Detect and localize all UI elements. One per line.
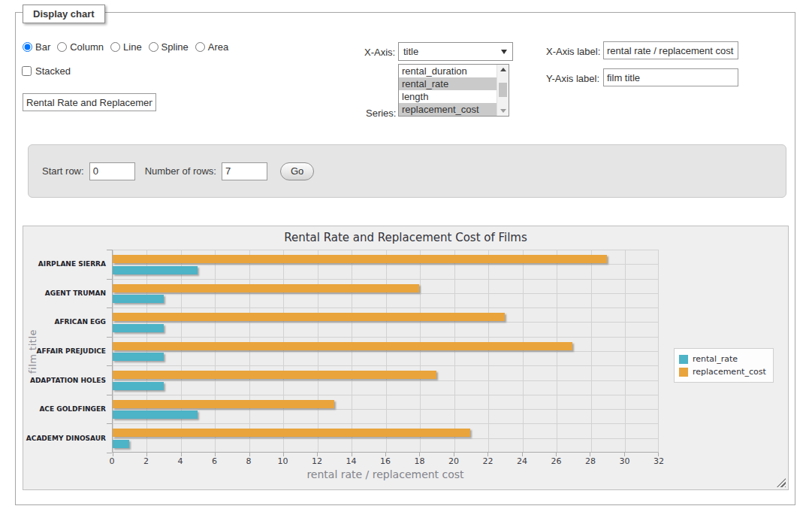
category-label: AGENT TRUMAN — [23, 279, 106, 308]
start-row-caption: Start row: — [42, 165, 84, 177]
chart-type-option-bar[interactable]: Bar — [23, 41, 50, 53]
chart-type-option-area[interactable]: Area — [195, 41, 228, 53]
x-axis-tick-label: 2 — [143, 456, 149, 466]
chart-type-group: BarColumnLineSplineArea — [23, 41, 235, 53]
chart-plot-area — [112, 250, 659, 453]
x-axis-tick-label: 14 — [346, 456, 357, 466]
chart-title-input[interactable] — [23, 93, 156, 111]
chevron-down-icon — [501, 50, 507, 54]
start-row-input[interactable] — [89, 162, 135, 180]
series-select-caption: Series: — [366, 108, 396, 119]
chart-type-radio-area[interactable] — [195, 42, 205, 52]
y-axis-label-input[interactable] — [603, 68, 738, 86]
category-label: AFRICAN EGG — [23, 308, 106, 337]
x-axis-tick-label: 32 — [654, 456, 664, 466]
x-axis-tick-label: 10 — [278, 456, 288, 466]
x-axis-tick-label: 12 — [312, 456, 322, 466]
y-axis-tick — [107, 453, 112, 453]
scrollbar-thumb[interactable] — [499, 83, 507, 97]
page: Display chart BarColumnLineSplineArea St… — [0, 0, 812, 512]
series-multiselect[interactable]: rental_durationrental_ratelengthreplacem… — [398, 64, 509, 117]
bar-rental_rate — [113, 324, 164, 332]
x-axis-tick-label: 8 — [246, 456, 252, 466]
arrow-up-icon — [500, 68, 506, 71]
y-axis-tick — [107, 365, 112, 366]
category-label: ADAPTATION HOLES — [23, 365, 106, 395]
legend-swatch-icon — [679, 368, 688, 377]
number-of-rows-caption: Number of rows: — [145, 165, 216, 177]
series-option-rental_rate[interactable]: rental_rate — [399, 77, 497, 90]
chart-type-radio-spline[interactable] — [149, 42, 158, 52]
fieldset-legend: Display chart — [23, 5, 105, 23]
x-axis-tick-label: 22 — [483, 456, 494, 466]
y-axis-tick — [107, 308, 112, 308]
x-axis-label-input[interactable] — [603, 41, 738, 59]
x-axis-selected-value: title — [403, 46, 418, 57]
x-axis-tick-label: 16 — [380, 456, 391, 466]
chart-type-option-spline[interactable]: Spline — [149, 41, 189, 53]
x-axis-tick-label: 28 — [585, 456, 596, 466]
chart-type-radio-column[interactable] — [57, 42, 67, 52]
x-axis-select-caption: X-Axis: — [364, 47, 395, 58]
scrollbar-track[interactable] — [497, 74, 509, 106]
bar-rental_rate — [113, 295, 164, 303]
chart-type-radio-bar[interactable] — [23, 42, 32, 52]
x-axis-tick-label: 4 — [178, 456, 183, 466]
y-axis-label-caption: Y-Axis label: — [546, 73, 599, 84]
bar-replacement_cost — [113, 429, 470, 437]
legend-label: rental_rate — [693, 354, 738, 364]
series-option-replacement_cost[interactable]: replacement_cost — [399, 103, 497, 116]
bar-replacement_cost — [113, 400, 334, 408]
arrow-down-icon — [500, 109, 506, 113]
bar-replacement_cost — [113, 342, 572, 350]
series-option-rental_duration[interactable]: rental_duration — [399, 65, 497, 77]
chart-legend: rental_ratereplacement_cost — [674, 348, 774, 383]
go-button[interactable]: Go — [280, 162, 314, 180]
scroll-down-button[interactable] — [497, 106, 509, 116]
x-axis-tick-label: 18 — [415, 456, 425, 466]
chart-category-labels: AIRPLANE SIERRAAGENT TRUMANAFRICAN EGGAF… — [23, 250, 106, 453]
row-controls: Start row: Number of rows: Go — [42, 145, 314, 197]
stacked-row: Stacked — [22, 65, 71, 77]
x-axis-tick-label: 24 — [517, 456, 527, 466]
chart-x-axis-title: rental rate / replacement cost — [112, 468, 659, 480]
y-axis-tick — [107, 250, 112, 250]
bar-replacement_cost — [113, 313, 505, 321]
bar-rental_rate — [113, 266, 198, 274]
chart-type-option-line[interactable]: Line — [110, 41, 142, 53]
chart-type-option-label: Line — [123, 41, 142, 53]
resize-handle-icon[interactable] — [777, 478, 786, 487]
category-label: AFFAIR PREJUDICE — [23, 337, 106, 366]
legend-label: replacement_cost — [693, 367, 766, 377]
category-label: ACE GOLDFINGER — [23, 395, 106, 424]
category-label: ACADEMY DINOSAUR — [23, 423, 106, 453]
bar-replacement_cost — [113, 255, 607, 263]
y-axis-tick — [107, 279, 112, 280]
row-controls-panel: Start row: Number of rows: Go — [28, 144, 786, 198]
category-label: AIRPLANE SIERRA — [23, 250, 106, 279]
y-axis-tick — [107, 423, 112, 424]
chart-type-option-label: Column — [70, 41, 104, 53]
legend-swatch-icon — [679, 355, 688, 364]
bar-rental_rate — [113, 411, 198, 419]
stacked-checkbox[interactable] — [22, 66, 32, 76]
x-axis-label-caption: X-Axis label: — [546, 46, 600, 57]
x-axis-tick-label: 26 — [551, 456, 562, 466]
series-options: rental_durationrental_ratelengthreplacem… — [399, 65, 497, 116]
x-axis-select[interactable]: title — [398, 42, 513, 61]
chart-type-option-column[interactable]: Column — [57, 41, 104, 53]
bar-rental_rate — [113, 440, 129, 448]
chart-type-option-label: Area — [208, 41, 228, 53]
legend-item-rental_rate[interactable]: rental_rate — [679, 354, 766, 364]
bar-replacement_cost — [113, 284, 419, 292]
scroll-up-button[interactable] — [497, 65, 509, 74]
chart-type-radio-line[interactable] — [110, 42, 120, 52]
chart-type-option-label: Spline — [161, 41, 189, 53]
chart-container: Rental Rate and Replacement Cost of Film… — [23, 226, 789, 490]
bar-replacement_cost — [113, 371, 436, 379]
x-axis-tick-label: 0 — [110, 456, 115, 466]
legend-item-replacement_cost[interactable]: replacement_cost — [679, 367, 766, 377]
series-option-length[interactable]: length — [399, 90, 497, 103]
series-scrollbar[interactable] — [497, 65, 509, 116]
number-of-rows-input[interactable] — [222, 162, 267, 180]
